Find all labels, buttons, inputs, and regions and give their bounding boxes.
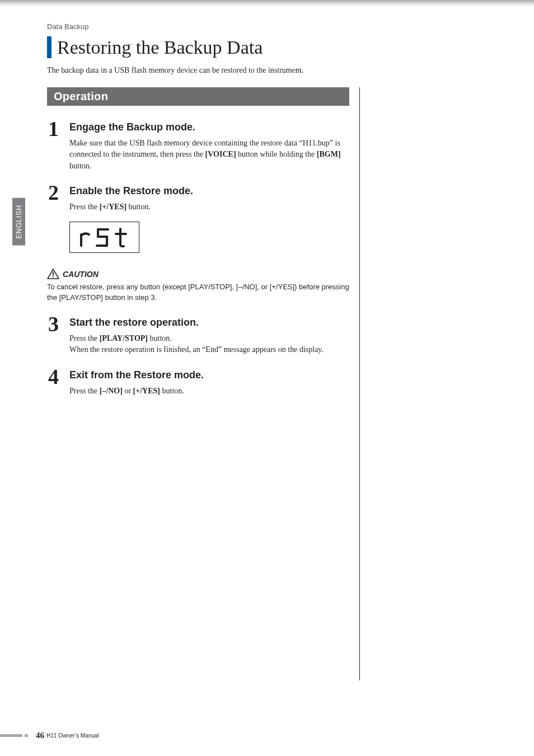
text-run: button. (160, 387, 184, 395)
text-run: Press the (69, 387, 100, 395)
text-run: button. (69, 162, 91, 170)
sidebar-column (359, 87, 483, 680)
button-ref: [BGM] (317, 150, 341, 158)
running-header: Data Backup (47, 22, 487, 31)
text-run: or (123, 387, 133, 395)
page-top-gradient (0, 0, 534, 8)
text-run: When the restore operation is finished, … (69, 345, 324, 354)
intro-text: The backup data in a USB flash memory de… (47, 66, 487, 75)
caution-label: CAUTION (63, 270, 99, 279)
step-title: Enable the Restore mode. (69, 185, 349, 197)
step-text: Press the [PLAY/STOP] button. When the r… (69, 333, 349, 356)
page-content: ENGLISH Data Backup Restoring the Backup… (0, 8, 534, 756)
caution-header: CAUTION (47, 269, 349, 280)
button-ref: [+/YES] (100, 203, 127, 211)
step-4: 4 Exit from the Restore mode. Press the … (47, 366, 349, 397)
step-1: 1 Engage the Backup mode. Make sure that… (47, 118, 349, 172)
text-run: Press the (69, 334, 100, 342)
button-ref: [VOICE] (205, 150, 236, 158)
step-title: Engage the Backup mode. (69, 121, 349, 133)
caution-text: To cancel restore, press any button (exc… (47, 282, 349, 303)
text-run: button. (148, 334, 172, 342)
step-text: Press the [–/NO] or [+/YES] button. (69, 386, 349, 397)
warning-triangle-icon (47, 269, 59, 280)
page-footer: 46 H11 Owner’s Manual (0, 731, 534, 740)
step-title: Exit from the Restore mode. (69, 369, 349, 381)
text-run: button. (127, 203, 151, 211)
seven-segment-rst-icon (77, 226, 133, 249)
step-title: Start the restore operation. (69, 317, 349, 328)
step-number: 3 (47, 313, 69, 356)
step-3: 3 Start the restore operation. Press the… (47, 313, 349, 356)
lcd-display-box (69, 222, 139, 253)
step-text: Press the [+/YES] button. (69, 201, 349, 213)
button-ref: [PLAY/STOP] (100, 334, 148, 342)
language-tab: ENGLISH (12, 198, 25, 246)
step-2: 2 Enable the Restore mode. Press the [+/… (47, 182, 349, 259)
step-number: 1 (47, 118, 69, 172)
step-number: 2 (47, 182, 69, 259)
button-ref: [+/YES] (133, 387, 160, 395)
svg-point-1 (53, 276, 54, 278)
text-run: Press the (69, 203, 100, 211)
footer-decor (0, 734, 28, 737)
operation-heading-bar: Operation (47, 87, 349, 106)
page-title: Restoring the Backup Data (47, 36, 487, 58)
step-text: Make sure that the USB flash memory devi… (69, 138, 349, 172)
step-number: 4 (47, 366, 69, 397)
main-column: Operation 1 Engage the Backup mode. Make… (47, 87, 349, 680)
page-number: 46 (36, 731, 44, 740)
manual-title: H11 Owner’s Manual (46, 732, 99, 739)
text-run: button while holding the (236, 150, 317, 158)
button-ref: [–/NO] (100, 387, 123, 395)
